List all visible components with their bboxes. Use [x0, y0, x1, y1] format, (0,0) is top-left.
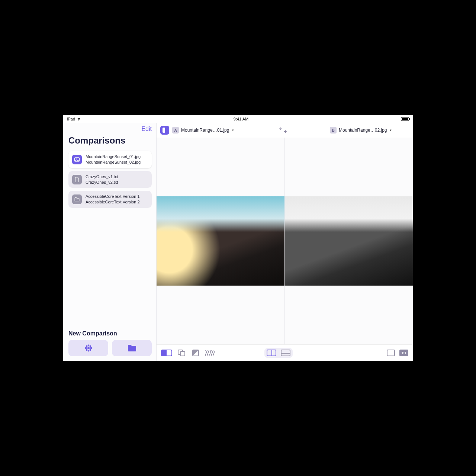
svg-point-1: [76, 158, 77, 159]
mask-mode-button[interactable]: [205, 350, 215, 356]
svg-point-8: [89, 345, 91, 347]
sidebar-toggle-button[interactable]: [160, 126, 169, 135]
overlay-mode-button[interactable]: [177, 349, 186, 357]
svg-point-4: [87, 350, 89, 352]
swap-button[interactable]: [279, 127, 287, 133]
file-a-selector[interactable]: A MountainRange…01.jpg ▾: [172, 127, 234, 134]
pane-b[interactable]: [284, 138, 413, 344]
flower-icon: [84, 344, 93, 353]
svg-point-9: [86, 349, 87, 351]
pane-a[interactable]: [157, 138, 284, 344]
main-area: A MountainRange…01.jpg ▾ B MountainRange…: [156, 123, 413, 361]
difference-mode-button[interactable]: [191, 349, 200, 357]
comparison-viewer[interactable]: [157, 138, 413, 344]
status-bar: iPad 9:41 AM: [63, 115, 413, 123]
svg-point-7: [86, 345, 87, 347]
layers-icon: [178, 350, 185, 356]
comparison-list-item[interactable]: MountainRangeSunset_01.jpg MountainRange…: [68, 151, 152, 168]
new-from-photos-button[interactable]: [68, 340, 108, 356]
wifi-icon: [77, 117, 81, 121]
half-square-icon: [192, 350, 199, 356]
list-item-line2: MountainRangeSunset_02.jpg: [86, 160, 141, 165]
svg-point-5: [85, 347, 87, 349]
file-b-name: MountainRange…02.jpg: [339, 128, 387, 133]
text-file-icon: [72, 175, 82, 184]
edit-button[interactable]: Edit: [141, 126, 152, 132]
image-b: [285, 196, 413, 285]
chevron-down-icon: ▾: [390, 128, 392, 132]
comparison-list-item[interactable]: AccessibleCoreText Version 1 AccessibleC…: [68, 191, 152, 208]
list-item-line1: MountainRangeSunset_01.jpg: [86, 154, 141, 160]
actual-size-button[interactable]: 1:1: [399, 350, 408, 356]
slider-mode-button[interactable]: [161, 350, 172, 356]
svg-point-10: [89, 349, 91, 351]
top-toolbar: A MountainRange…01.jpg ▾ B MountainRange…: [157, 123, 413, 138]
file-b-selector[interactable]: B MountainRange…02.jpg ▾: [330, 127, 392, 134]
fit-to-screen-button[interactable]: [387, 350, 395, 356]
folder-icon: [127, 344, 137, 352]
list-item-line1: AccessibleCoreText Version 1: [86, 194, 140, 199]
stacked-button[interactable]: [281, 350, 290, 356]
list-item-line2: AccessibleCoreText Version 2: [86, 199, 140, 205]
new-from-files-button[interactable]: [112, 340, 152, 356]
bottom-toolbar: 1:1: [157, 344, 413, 361]
comparison-list: MountainRangeSunset_01.jpg MountainRange…: [68, 151, 152, 208]
comparison-list-item[interactable]: CrazyOnes_v1.txt CrazyOnes_v2.txt: [68, 171, 152, 188]
file-a-name: MountainRange…01.jpg: [181, 128, 229, 133]
list-item-line2: CrazyOnes_v2.txt: [86, 180, 118, 185]
badge-a: A: [172, 127, 179, 134]
folder-icon: [72, 194, 82, 204]
svg-point-3: [87, 345, 89, 347]
sidebar-title: Comparisons: [68, 135, 152, 146]
device-label: iPad: [67, 117, 75, 121]
badge-b: B: [330, 127, 337, 134]
chevron-down-icon: ▾: [232, 128, 234, 132]
image-icon: [72, 155, 82, 164]
side-by-side-button[interactable]: [267, 350, 276, 356]
app-window: iPad 9:41 AM Edit Comparisons MountainRa…: [63, 115, 413, 361]
battery-icon: [401, 117, 409, 121]
image-a: [157, 196, 284, 285]
clock: 9:41 AM: [234, 117, 248, 121]
sidebar: Edit Comparisons MountainRangeSunset_01.…: [63, 123, 156, 361]
svg-point-6: [90, 347, 92, 349]
svg-point-2: [87, 347, 90, 349]
list-item-line1: CrazyOnes_v1.txt: [86, 174, 118, 180]
new-comparison-title: New Comparison: [68, 330, 152, 337]
